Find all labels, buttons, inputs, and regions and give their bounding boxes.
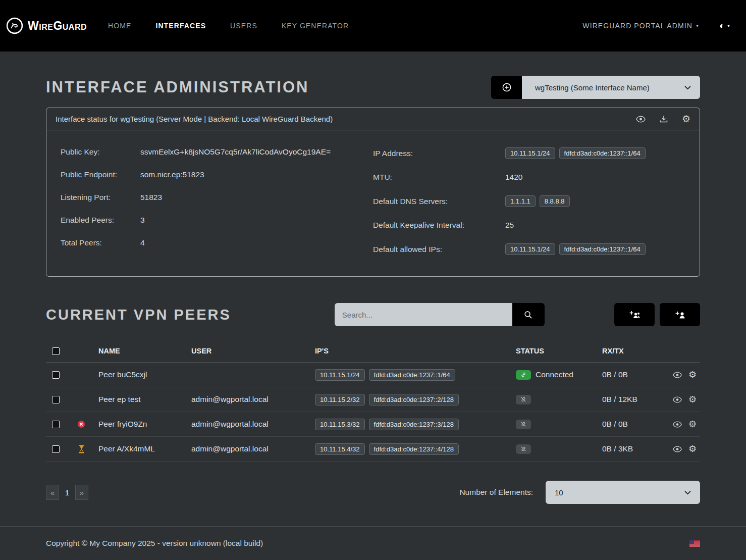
- add-peer-icon: [674, 310, 686, 319]
- nav-home[interactable]: HOME: [108, 22, 131, 30]
- user-menu[interactable]: WIREGUARD PORTAL ADMIN ▾: [582, 22, 699, 30]
- peer-name: Peer A/Xk4mML: [93, 444, 191, 453]
- dns-badge: 1.1.1.1: [505, 195, 536, 207]
- nav-interfaces[interactable]: INTERFACES: [155, 22, 206, 30]
- edit-interface-button[interactable]: ⚙: [682, 114, 690, 124]
- field-label: IP Address:: [373, 149, 505, 158]
- user-menu-label: WIREGUARD PORTAL ADMIN: [582, 22, 692, 30]
- theme-toggle[interactable]: ◐ ▾: [719, 21, 730, 31]
- link-icon: [516, 370, 531, 380]
- chevron-down-icon: [684, 85, 691, 90]
- peer-status: [516, 444, 602, 454]
- view-config-button[interactable]: [636, 116, 646, 123]
- peer-add-group: [614, 303, 700, 326]
- table-footer: « 1 » Number of Elements: 10: [46, 481, 700, 504]
- elements-group: Number of Elements: 10: [459, 481, 700, 504]
- select-all-checkbox[interactable]: [52, 347, 60, 355]
- ip-badge: fdfd:d3ad:c0de:1237::2/128: [369, 394, 459, 405]
- ip-badge: fdfd:d3ad:c0de:1237::1/64: [559, 147, 646, 159]
- brand-label: WireGuard: [28, 19, 87, 33]
- edit-peer-button[interactable]: ⚙: [688, 370, 697, 379]
- gear-icon: ⚙: [688, 420, 697, 429]
- gear-icon: ⚙: [688, 395, 697, 404]
- peer-status: [516, 420, 602, 429]
- brand[interactable]: WireGuard: [6, 17, 87, 34]
- peer-name: Peer fryiO9Zn: [93, 420, 191, 429]
- table-row: Peer fryiO9Zn admin@wgportal.local 10.11…: [46, 412, 700, 437]
- expired-x-circle-icon: [69, 420, 93, 428]
- view-peer-button[interactable]: [673, 396, 682, 403]
- elements-select[interactable]: 10: [546, 481, 700, 504]
- add-interface-button[interactable]: [491, 76, 522, 99]
- view-peer-button[interactable]: [673, 372, 682, 378]
- navbar-right: WIREGUARD PORTAL ADMIN ▾ ◐ ▾: [582, 21, 730, 31]
- allowed-ips-badges: 10.11.15.1/24 fdfd:d3ad:c0de:1237::1/64: [505, 243, 685, 255]
- public-endpoint-value: som.nicr.ep:51823: [140, 170, 373, 179]
- caret-down-icon: ▾: [727, 23, 730, 28]
- gear-icon: ⚙: [688, 370, 697, 379]
- card-left-column: Public Key: ssvmEelxG+k8jsNO5G7cq5r/Ak7l…: [61, 147, 373, 255]
- pagination-prev[interactable]: «: [46, 485, 59, 500]
- search-icon: [524, 311, 532, 319]
- ip-badge: 10.11.15.1/24: [315, 369, 365, 381]
- interface-select[interactable]: wgTesting (Some Interface Name): [522, 76, 700, 99]
- enabled-peers-value: 3: [140, 216, 373, 225]
- add-multiple-peers-button[interactable]: [614, 303, 655, 326]
- card-right-column: IP Address: 10.11.15.1/24 fdfd:d3ad:c0de…: [373, 147, 685, 255]
- row-checkbox[interactable]: [52, 445, 60, 453]
- edit-peer-button[interactable]: ⚙: [688, 444, 697, 453]
- page-title: INTERFACE ADMINISTRATION: [46, 78, 309, 96]
- eye-icon: [636, 116, 646, 123]
- row-actions: ⚙: [673, 395, 700, 404]
- ip-badge: fdfd:d3ad:c0de:1237::1/64: [559, 243, 646, 255]
- link-slash-icon: [516, 420, 531, 429]
- peer-ips: 10.11.15.1/24 fdfd:d3ad:c0de:1237::1/64: [315, 369, 516, 381]
- edit-peer-button[interactable]: ⚙: [688, 420, 697, 429]
- peer-ips: 10.11.15.3/32 fdfd:d3ad:c0de:1237::3/128: [315, 419, 516, 430]
- dns-badges: 1.1.1.1 8.8.8.8: [505, 195, 685, 207]
- ip-badge: fdfd:d3ad:c0de:1237::3/128: [369, 419, 459, 430]
- peer-user: admin@wgportal.local: [191, 420, 315, 429]
- field-label: Public Key:: [61, 147, 140, 157]
- field-label: MTU:: [373, 173, 505, 182]
- add-peer-button[interactable]: [660, 303, 700, 326]
- nav-users[interactable]: USERS: [230, 22, 257, 30]
- caret-down-icon: ▾: [696, 23, 699, 28]
- page-head: INTERFACE ADMINISTRATION wgTesting (Some…: [46, 76, 700, 99]
- column-header-status: STATUS: [516, 347, 602, 355]
- hourglass-icon: [69, 445, 93, 453]
- eye-icon: [673, 446, 682, 452]
- field-label: Listening Port:: [61, 193, 140, 202]
- gear-icon: ⚙: [682, 114, 690, 124]
- gear-icon: ⚙: [688, 444, 697, 453]
- nav-key-generator[interactable]: KEY GENERATOR: [282, 22, 349, 30]
- row-checkbox[interactable]: [52, 421, 60, 428]
- card-title: Interface status for wgTesting (Server M…: [56, 115, 333, 123]
- wireguard-logo-icon: [6, 17, 23, 34]
- table-row: Peer ep test admin@wgportal.local 10.11.…: [46, 387, 700, 412]
- us-flag-icon[interactable]: [689, 540, 700, 547]
- interface-select-value: wgTesting (Some Interface Name): [535, 83, 650, 92]
- ip-address-badges: 10.11.15.1/24 fdfd:d3ad:c0de:1237::1/64: [505, 147, 685, 159]
- download-config-button[interactable]: [660, 115, 668, 123]
- row-actions: ⚙: [673, 444, 700, 453]
- peer-ips: 10.11.15.2/32 fdfd:d3ad:c0de:1237::2/128: [315, 394, 516, 405]
- peer-user: admin@wgportal.local: [191, 395, 315, 404]
- ip-badge: 10.11.15.2/32: [315, 394, 365, 405]
- dns-badge: 8.8.8.8: [540, 195, 570, 207]
- view-peer-button[interactable]: [673, 446, 682, 452]
- pagination-next[interactable]: »: [75, 485, 88, 500]
- top-navbar: WireGuard HOME INTERFACES USERS KEY GENE…: [0, 0, 746, 52]
- interface-select-group: wgTesting (Some Interface Name): [491, 76, 700, 99]
- edit-peer-button[interactable]: ⚙: [688, 395, 697, 404]
- search-input[interactable]: [335, 303, 512, 326]
- row-checkbox[interactable]: [52, 371, 60, 379]
- view-peer-button[interactable]: [673, 421, 682, 428]
- row-checkbox[interactable]: [52, 396, 60, 403]
- ip-badge: 10.11.15.1/24: [505, 147, 555, 159]
- search-button[interactable]: [512, 303, 545, 326]
- pagination-current-page[interactable]: 1: [62, 488, 73, 497]
- peer-rxtx: 0B / 0B: [602, 420, 673, 429]
- column-header-ips: IP'S: [315, 347, 516, 355]
- page-footer: Copyright © My Company 2025 - version un…: [0, 526, 746, 560]
